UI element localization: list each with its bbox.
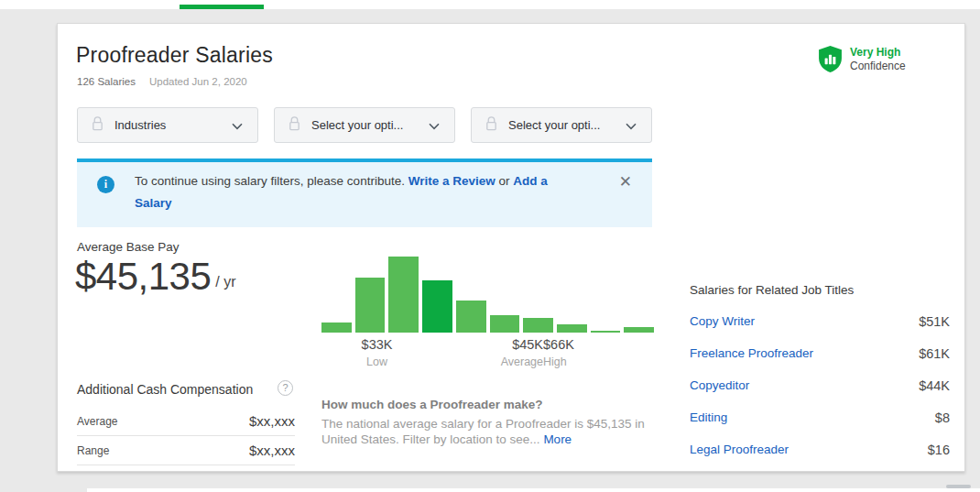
tab-bar: [0, 0, 980, 9]
histogram-bar[interactable]: [490, 315, 520, 333]
page: Proofreader Salaries 126 SalariesUpdated…: [0, 0, 980, 492]
related-salary-value: $61K: [919, 346, 950, 361]
additional-comp-table: Average $xx,xxx Range $xx,xxx: [77, 407, 295, 465]
lock-icon: [485, 115, 498, 135]
histogram-bar[interactable]: [388, 257, 419, 333]
banner-text-mid: or: [495, 174, 514, 188]
filter-dropdown[interactable]: Select your opti...: [471, 107, 652, 143]
next-card-edge: [87, 488, 980, 492]
about-body: The national average salary for a Proofr…: [321, 416, 670, 447]
related-row: Copy Writer $51K: [690, 305, 950, 337]
chevron-down-icon: [429, 117, 440, 134]
histogram-bar[interactable]: [557, 324, 587, 333]
filters-row: Industries Select your opti...: [77, 107, 652, 143]
lock-icon: [288, 115, 301, 135]
filter-label: Select your opti...: [311, 118, 429, 132]
comp-value: $xx,xxx: [249, 413, 295, 429]
average-base-pay-label: Average Base Pay: [77, 240, 180, 254]
related-salary-value: $8: [935, 410, 950, 425]
about-title: How much does a Proofreader make?: [321, 397, 670, 412]
comp-label: Range: [77, 444, 109, 457]
about-section: How much does a Proofreader make? The na…: [321, 397, 670, 447]
more-link[interactable]: More: [543, 432, 572, 446]
histogram-bar[interactable]: [456, 301, 486, 333]
banner-text: To continue using salary filters, please…: [135, 170, 585, 214]
confidence-label: Confidence: [850, 60, 906, 73]
additional-comp-title: Additional Cash Compensation: [77, 382, 253, 397]
related-job-link[interactable]: Editing: [690, 410, 727, 424]
comp-row: Range $xx,xxx: [77, 436, 295, 465]
help-icon[interactable]: ?: [278, 380, 293, 396]
chevron-down-icon: [626, 117, 637, 134]
tick-label: High: [543, 355, 654, 368]
tick-label: Average: [432, 355, 543, 368]
histogram-bar-average[interactable]: [422, 280, 452, 333]
related-row: Editing $8: [690, 401, 950, 433]
comp-label: Average: [77, 415, 117, 428]
histogram-bar[interactable]: [321, 323, 352, 333]
salaries-count: 126 Salaries: [77, 76, 136, 87]
related-title: Salaries for Related Job Titles: [690, 283, 950, 297]
close-icon[interactable]: ✕: [619, 173, 632, 191]
related-job-link[interactable]: Copyeditor: [690, 378, 749, 392]
average-base-pay-amount: $45,135/ yr: [75, 255, 236, 299]
related-job-link[interactable]: Legal Proofreader: [690, 443, 789, 456]
comp-row: Average $xx,xxx: [77, 407, 295, 436]
histogram-bar[interactable]: [355, 278, 386, 333]
histogram-axis: $33K Low $45K Average $66K High: [321, 337, 654, 368]
tick-value: $33K: [321, 337, 432, 352]
lock-icon: [91, 115, 104, 135]
histogram-bar[interactable]: [523, 318, 553, 333]
contribute-banner: i To continue using salary filters, plea…: [77, 159, 652, 227]
related-job-link[interactable]: Freelance Proofreader: [690, 346, 813, 360]
filter-label: Industries: [114, 118, 232, 132]
info-icon: i: [97, 176, 114, 193]
updated-date: Updated Jun 2, 2020: [149, 76, 247, 87]
related-row: Legal Proofreader $16: [690, 433, 950, 465]
related-list: Copy Writer $51K Freelance Proofreader $…: [690, 305, 950, 465]
salary-card: Proofreader Salaries 126 SalariesUpdated…: [57, 23, 965, 472]
tick-label: Low: [321, 355, 432, 368]
filter-label: Select your opti...: [508, 118, 626, 132]
mini-scrollbar[interactable]: [946, 485, 971, 488]
axis-tick: $45K Average: [432, 337, 543, 368]
tick-value: $45K: [432, 337, 543, 352]
related-row: Copyeditor $44K: [690, 369, 950, 401]
filter-dropdown[interactable]: Select your opti...: [274, 107, 455, 143]
banner-text-before: To continue using salary filters, please…: [135, 174, 408, 188]
related-row: Freelance Proofreader $61K: [690, 337, 950, 369]
related-job-titles: Salaries for Related Job Titles Copy Wri…: [690, 283, 950, 465]
related-salary-value: $51K: [919, 314, 950, 329]
chevron-down-icon: [232, 117, 243, 134]
shield-chart-icon: [819, 46, 842, 72]
salary-histogram: [321, 257, 654, 333]
related-job-link[interactable]: Copy Writer: [690, 314, 755, 328]
related-salary-value: $44K: [919, 378, 950, 393]
active-tab-indicator: [180, 5, 264, 9]
comp-value: $xx,xxx: [249, 443, 295, 458]
axis-tick: $66K High: [543, 337, 654, 368]
histogram-bar[interactable]: [624, 327, 654, 333]
histogram-bar[interactable]: [591, 331, 621, 333]
pay-amount: $45,135: [75, 255, 211, 298]
about-body-text: The national average salary for a Proofr…: [321, 417, 645, 446]
write-review-link[interactable]: Write a Review: [408, 174, 495, 188]
confidence-badge: Very High Confidence: [819, 46, 906, 73]
axis-tick: $33K Low: [321, 337, 432, 368]
related-salary-value: $16: [928, 443, 950, 457]
page-title: Proofreader Salaries: [76, 43, 273, 68]
pay-period: / yr: [215, 274, 235, 290]
filter-dropdown[interactable]: Industries: [77, 107, 258, 143]
confidence-level: Very High: [850, 46, 906, 60]
salary-histogram-bars: [321, 257, 654, 333]
header-meta: 126 SalariesUpdated Jun 2, 2020: [77, 76, 247, 87]
tick-value: $66K: [543, 337, 654, 352]
